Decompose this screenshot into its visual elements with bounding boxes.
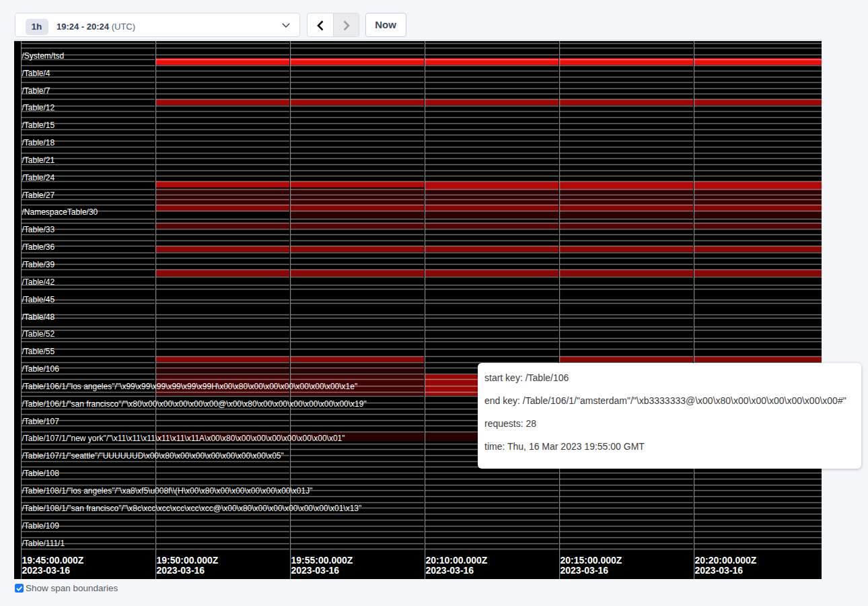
svg-text:20:15:00.000Z: 20:15:00.000Z xyxy=(560,555,622,566)
svg-text:19:45:00.000Z: 19:45:00.000Z xyxy=(22,555,84,566)
svg-text:/Table/108: /Table/108 xyxy=(22,469,60,478)
svg-text:2023-03-16: 2023-03-16 xyxy=(157,565,205,576)
svg-text:/Table/108/1/"los angeles"/"\x: /Table/108/1/"los angeles"/"\xa8\xf5\u00… xyxy=(22,486,313,496)
svg-text:/Table/33: /Table/33 xyxy=(22,225,55,234)
svg-text:19:50:00.000Z: 19:50:00.000Z xyxy=(157,555,219,566)
svg-text:20:20:00.000Z: 20:20:00.000Z xyxy=(695,555,757,566)
svg-text:/Table/15: /Table/15 xyxy=(22,121,55,130)
svg-text:/Table/42: /Table/42 xyxy=(22,277,55,287)
svg-text:/Table/107: /Table/107 xyxy=(22,417,60,426)
svg-text:/Table/4: /Table/4 xyxy=(22,69,50,78)
svg-text:/Table/39: /Table/39 xyxy=(22,260,55,269)
svg-text:/Table/52: /Table/52 xyxy=(22,329,55,339)
svg-text:/Table/111/1: /Table/111/1 xyxy=(22,539,65,548)
svg-text:/Table/106/1/"los angeles"/"\x: /Table/106/1/"los angeles"/"\x99\x99\x99… xyxy=(22,382,358,391)
svg-text:/Table/27: /Table/27 xyxy=(22,191,55,200)
svg-text:/Table/106: /Table/106 xyxy=(22,364,60,374)
svg-text:/Table/48: /Table/48 xyxy=(22,312,55,322)
svg-text:/Table/21: /Table/21 xyxy=(22,156,55,165)
svg-text:20:10:00.000Z: 20:10:00.000Z xyxy=(426,555,488,566)
svg-text:/Table/55: /Table/55 xyxy=(22,347,55,356)
svg-text:/Table/108/1/"san francisco"/": /Table/108/1/"san francisco"/"\x8c\xcc\x… xyxy=(22,504,362,513)
svg-text:/Table/107/1/"new york"/"\x11\: /Table/107/1/"new york"/"\x11\x11\x11\x1… xyxy=(22,434,345,443)
svg-text:2023-03-16: 2023-03-16 xyxy=(695,565,744,576)
svg-text:/Table/7: /Table/7 xyxy=(22,86,50,96)
svg-text:2023-03-16: 2023-03-16 xyxy=(560,565,609,576)
svg-text:/Table/45: /Table/45 xyxy=(22,295,55,304)
svg-text:2023-03-16: 2023-03-16 xyxy=(426,565,474,576)
svg-text:/Table/36: /Table/36 xyxy=(22,242,55,252)
svg-text:/Table/18: /Table/18 xyxy=(22,138,55,147)
svg-text:/NamespaceTable/30: /NamespaceTable/30 xyxy=(22,207,98,217)
svg-text:/Table/107/1/"seattle"/"UUUUUU: /Table/107/1/"seattle"/"UUUUUUD\x00\x80\… xyxy=(22,451,284,461)
svg-text:2023-03-16: 2023-03-16 xyxy=(291,565,340,576)
svg-text:/Table/109: /Table/109 xyxy=(22,521,60,531)
svg-text:/Table/24: /Table/24 xyxy=(22,173,55,182)
svg-text:2023-03-16: 2023-03-16 xyxy=(22,565,71,576)
svg-text:/Table/106/1/"san francisco"/": /Table/106/1/"san francisco"/"\x80\x00\x… xyxy=(22,399,367,409)
svg-text:/System/tsd: /System/tsd xyxy=(22,51,65,61)
svg-text:/Table/12: /Table/12 xyxy=(22,103,55,112)
svg-text:19:55:00.000Z: 19:55:00.000Z xyxy=(291,555,353,566)
